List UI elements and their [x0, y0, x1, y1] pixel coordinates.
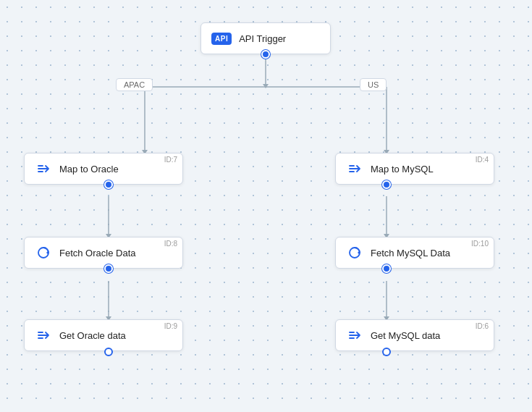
apac-branch-label: APAC	[116, 78, 153, 91]
fetch-oracle-bottom-dot	[104, 264, 113, 273]
svg-marker-18	[358, 251, 360, 255]
get-oracle-icon	[35, 327, 52, 344]
fetch-oracle-icon	[35, 244, 52, 261]
map-mysql-bottom-dot	[382, 180, 391, 189]
map-oracle-node[interactable]: Map to Oracle ID:7	[24, 153, 183, 185]
fetch-oracle-label: Fetch Oracle Data	[59, 248, 136, 258]
get-oracle-node[interactable]: Get Oracle data ID:9	[24, 319, 183, 351]
get-oracle-bottom-dot	[104, 348, 113, 356]
map-oracle-label: Map to Oracle	[59, 164, 119, 175]
get-mysql-id: ID:6	[476, 322, 489, 330]
map-oracle-bottom-dot	[104, 180, 113, 189]
get-oracle-id: ID:9	[164, 322, 177, 330]
fetch-mysql-bottom-dot	[382, 264, 391, 273]
fetch-mysql-label: Fetch MySQL Data	[371, 248, 450, 258]
fetch-mysql-id: ID:10	[471, 240, 489, 248]
get-mysql-node[interactable]: Get MySQL data ID:6	[335, 319, 494, 351]
api-icon: API	[211, 33, 232, 45]
us-branch-label: US	[360, 78, 387, 91]
svg-marker-16	[46, 251, 48, 255]
fetch-oracle-id: ID:8	[164, 240, 177, 248]
flow-canvas: API API Trigger APAC US Map to Oracle ID…	[0, 0, 532, 412]
map-oracle-icon	[35, 160, 52, 177]
trigger-bottom-dot	[261, 50, 270, 59]
map-oracle-id: ID:7	[164, 156, 177, 164]
get-mysql-icon	[346, 327, 363, 344]
map-mysql-icon	[346, 160, 363, 177]
map-mysql-label: Map to MySQL	[371, 164, 434, 175]
svg-marker-14	[263, 84, 269, 88]
map-mysql-id: ID:4	[476, 156, 489, 164]
get-mysql-label: Get MySQL data	[371, 330, 440, 341]
trigger-label: API Trigger	[239, 33, 286, 44]
fetch-mysql-node[interactable]: Fetch MySQL Data ID:10	[335, 237, 494, 269]
map-mysql-node[interactable]: Map to MySQL ID:4	[335, 153, 494, 185]
fetch-oracle-node[interactable]: Fetch Oracle Data ID:8	[24, 237, 183, 269]
get-oracle-label: Get Oracle data	[59, 330, 126, 341]
fetch-mysql-icon	[346, 244, 363, 261]
get-mysql-bottom-dot	[382, 348, 391, 356]
